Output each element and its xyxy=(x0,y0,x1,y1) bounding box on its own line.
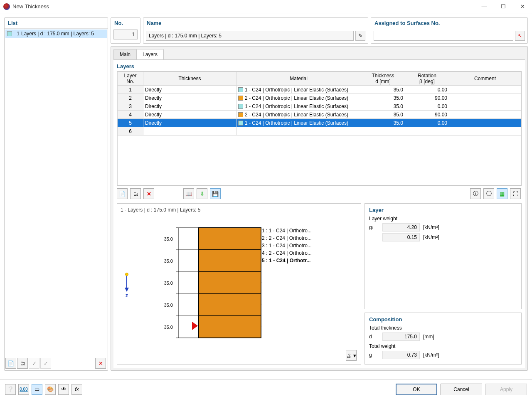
render-toggle-button[interactable]: 👁 xyxy=(58,384,69,395)
gi-value: 4.20 xyxy=(382,223,420,232)
name-field[interactable] xyxy=(146,31,354,41)
cursor-icon: ↖ xyxy=(518,33,522,39)
svg-rect-16 xyxy=(199,316,261,338)
list-item-number: 1 xyxy=(14,31,20,37)
info-a-button[interactable]: ⓘ xyxy=(470,188,481,199)
composition-panel: Composition Total thickness d 175.0 [mm]… xyxy=(365,313,522,365)
total-thickness-label: Total thickness xyxy=(369,325,517,331)
col-material[interactable]: Material xyxy=(236,72,361,86)
new-row-button[interactable]: 📄 xyxy=(117,188,128,199)
d-unit: [mm] xyxy=(423,334,434,340)
diagram-panel: 1 - Layers | d : 175.0 mm | Layers: 5 z … xyxy=(117,203,361,365)
cancel-button[interactable]: Cancel xyxy=(441,384,482,395)
edit-name-button[interactable]: ✎ xyxy=(355,31,365,41)
delete-row-button[interactable]: ✕ xyxy=(143,188,154,199)
material-swatch-icon xyxy=(238,87,243,92)
material-swatch-icon xyxy=(7,31,12,36)
name-panel: Name ✎ xyxy=(143,17,368,44)
svg-text:35.0: 35.0 xyxy=(164,325,173,330)
titlebar: New Thickness — ☐ ✕ xyxy=(0,0,532,13)
minimize-button[interactable]: — xyxy=(475,0,494,13)
g-unit: [kN/m²] xyxy=(423,352,439,358)
toggle-view-button[interactable]: ▦ xyxy=(497,188,507,199)
library-button[interactable]: 📖 xyxy=(183,188,194,199)
close-button[interactable]: ✕ xyxy=(513,0,532,13)
no-header: No. xyxy=(111,18,140,27)
d-symbol: d xyxy=(369,334,379,340)
composition-header: Composition xyxy=(369,316,517,323)
window-title: New Thickness xyxy=(12,3,475,10)
import-button[interactable]: ⇩ xyxy=(197,188,207,199)
layer-info-header: Layer xyxy=(369,207,517,213)
maximize-button[interactable]: ☐ xyxy=(494,0,513,13)
svg-rect-15 xyxy=(199,294,261,316)
print-diagram-button[interactable]: 🖨 ▾ xyxy=(346,350,357,361)
layers-grid[interactable]: Layer No. Thickness Material Thickness d… xyxy=(117,71,522,186)
col-d[interactable]: Thickness d [mm] xyxy=(361,72,405,86)
pick-surfaces-button[interactable]: ↖ xyxy=(515,31,525,41)
delete-item-button[interactable]: ✕ xyxy=(95,358,106,369)
svg-text:35.0: 35.0 xyxy=(164,281,173,286)
table-row[interactable]: 1Directly1 - C24 | Orthotropic | Linear … xyxy=(118,86,521,94)
assigned-header: Assigned to Surfaces No. xyxy=(371,18,527,28)
col-comment[interactable]: Comment xyxy=(449,72,521,86)
check-b-button[interactable]: ✓ xyxy=(40,358,51,369)
formula-button[interactable]: fx xyxy=(71,384,82,395)
d-value: 175.0 xyxy=(382,332,420,341)
expand-button[interactable]: ⛶ xyxy=(510,188,521,199)
list-body: 1 Layers | d : 175.0 mm | Layers: 5 xyxy=(5,29,108,356)
units-button[interactable]: 0.00 xyxy=(18,384,29,395)
app-icon xyxy=(3,3,10,10)
table-row[interactable]: 6 xyxy=(118,127,521,135)
material-swatch-icon xyxy=(238,121,243,126)
layer-weight-label: Layer weight xyxy=(369,216,517,222)
total-weight-label: Total weight xyxy=(369,343,517,349)
col-layer-no[interactable]: Layer No. xyxy=(118,72,143,86)
diagram-title: 1 - Layers | d : 175.0 mm | Layers: 5 xyxy=(121,207,357,213)
material-swatch-icon xyxy=(238,112,243,117)
bottom-bar: ❔ 0.00 ▭ 🎨 👁 fx OK Cancel Apply xyxy=(0,379,532,399)
save-library-button[interactable]: 💾 xyxy=(210,188,221,199)
new-item-button[interactable]: 📄 xyxy=(5,358,16,369)
layer-labels-list: 1 : 1 - C24 | Orthotro...2 : 2 - C24 | O… xyxy=(262,227,345,264)
list-item[interactable]: 1 Layers | d : 175.0 mm | Layers: 5 xyxy=(5,30,107,38)
col-thickness[interactable]: Thickness xyxy=(143,72,236,86)
apply-button[interactable]: Apply xyxy=(485,384,527,395)
assigned-field[interactable] xyxy=(374,31,513,41)
tab-main[interactable]: Main xyxy=(113,49,137,59)
ok-button[interactable]: OK xyxy=(396,384,437,395)
table-row[interactable]: 3Directly1 - C24 | Orthotropic | Linear … xyxy=(118,102,521,111)
material-swatch-icon xyxy=(238,96,243,101)
copy-row-button[interactable]: 🗂 xyxy=(130,188,141,199)
tab-layers[interactable]: Layers xyxy=(136,49,164,59)
z-axis-indicator: z xyxy=(125,273,129,298)
check-a-button[interactable]: ✓ xyxy=(29,358,39,369)
svg-text:35.0: 35.0 xyxy=(164,236,173,241)
color-toggle-button[interactable]: 🎨 xyxy=(45,384,56,395)
svg-text:35.0: 35.0 xyxy=(164,259,173,264)
g-symbol: g xyxy=(369,352,379,358)
svg-rect-13 xyxy=(199,250,261,272)
no-field[interactable] xyxy=(113,30,138,39)
name-header: Name xyxy=(143,18,368,28)
table-row[interactable]: 5Directly1 - C24 | Orthotropic | Linear … xyxy=(118,119,521,127)
table-row[interactable]: 4Directly2 - C24 | Orthotropic | Linear … xyxy=(118,111,521,119)
gi2-unit: [kN/m²] xyxy=(423,234,439,240)
svg-text:35.0: 35.0 xyxy=(164,303,173,308)
copy-item-button[interactable]: 🗂 xyxy=(17,358,28,369)
pencil-icon: ✎ xyxy=(358,33,362,39)
tab-container: Main Layers Layers Layer No. Thic xyxy=(111,46,528,371)
layers-diagram: 35.035.035.035.035.0 xyxy=(145,224,262,348)
svg-rect-14 xyxy=(199,272,261,294)
gi-unit: [kN/m³] xyxy=(423,224,439,230)
assigned-panel: Assigned to Surfaces No. ↖ xyxy=(371,17,528,44)
info-b-button[interactable]: ⓘ xyxy=(483,188,494,199)
col-rot[interactable]: Rotation β [deg] xyxy=(405,72,449,86)
view-toggle-button[interactable]: ▭ xyxy=(32,384,42,395)
g-value: 0.73 xyxy=(382,351,420,359)
material-swatch-icon xyxy=(238,104,243,109)
help-button[interactable]: ❔ xyxy=(5,384,16,395)
list-panel: List 1 Layers | d : 175.0 mm | Layers: 5… xyxy=(4,17,108,371)
table-row[interactable]: 2Directly2 - C24 | Orthotropic | Linear … xyxy=(118,94,521,102)
gi2-value: 0.15 xyxy=(382,233,420,241)
